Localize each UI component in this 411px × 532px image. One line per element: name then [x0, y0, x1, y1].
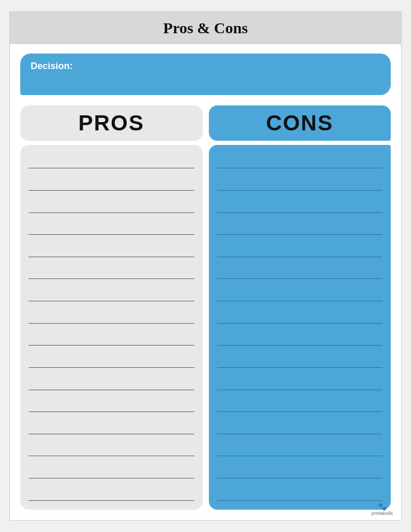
watermark-text: printabulls	[372, 511, 393, 516]
cons-line-3[interactable]	[217, 198, 383, 213]
pros-header: PROS	[20, 105, 203, 141]
pros-line-15[interactable]	[29, 464, 194, 478]
pros-line-4[interactable]	[29, 220, 194, 235]
pros-line-7[interactable]	[29, 287, 194, 301]
pros-line-9[interactable]	[29, 331, 194, 345]
cons-line-15[interactable]	[217, 464, 383, 478]
cons-line-14[interactable]	[217, 442, 383, 456]
page: Pros & Cons Decision: PROS	[9, 11, 402, 521]
pros-line-14[interactable]	[29, 442, 194, 456]
cons-line-16[interactable]	[217, 486, 383, 501]
pros-line-5[interactable]	[29, 243, 194, 257]
cons-line-5[interactable]	[217, 243, 383, 257]
watermark-icon: 🐾	[372, 502, 393, 511]
pros-line-6[interactable]	[29, 264, 194, 279]
pros-line-12[interactable]	[29, 397, 194, 412]
cons-line-2[interactable]	[217, 176, 383, 191]
pros-line-16[interactable]	[29, 486, 194, 501]
cons-line-6[interactable]	[217, 264, 383, 279]
cons-line-12[interactable]	[217, 397, 383, 412]
pros-line-2[interactable]	[29, 176, 194, 191]
cons-column: CONS	[209, 105, 391, 510]
cons-lines-box	[209, 145, 391, 510]
pros-line-8[interactable]	[29, 309, 194, 324]
cons-header-label: CONS	[266, 111, 333, 135]
cons-line-4[interactable]	[217, 220, 383, 235]
cons-line-9[interactable]	[217, 331, 383, 345]
pros-line-10[interactable]	[29, 353, 194, 368]
decision-label: Decision:	[31, 61, 73, 71]
cons-line-7[interactable]	[217, 287, 383, 301]
pros-line-3[interactable]	[29, 198, 194, 213]
cons-line-10[interactable]	[217, 353, 383, 368]
pros-line-1[interactable]	[29, 154, 194, 168]
watermark: 🐾 printabulls	[372, 502, 393, 516]
decision-bubble: Decision:	[20, 54, 391, 95]
header-bar: Pros & Cons	[10, 12, 401, 44]
cons-line-8[interactable]	[217, 309, 383, 324]
columns-container: PROS	[20, 105, 391, 510]
cons-line-11[interactable]	[217, 376, 383, 390]
pros-header-label: PROS	[78, 111, 144, 135]
pros-line-13[interactable]	[29, 420, 194, 434]
pros-lines-box	[20, 145, 203, 510]
pros-line-11[interactable]	[29, 376, 194, 390]
cons-header: CONS	[209, 105, 391, 141]
cons-line-13[interactable]	[217, 420, 383, 434]
page-title: Pros & Cons	[163, 19, 248, 36]
pros-column: PROS	[20, 105, 203, 510]
cons-line-1[interactable]	[217, 154, 383, 168]
